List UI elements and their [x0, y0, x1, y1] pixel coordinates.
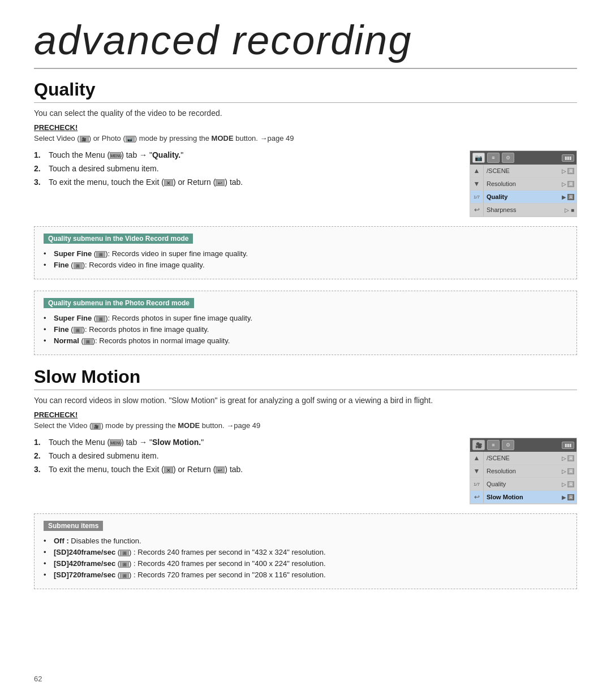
- page-title: advanced recording: [34, 17, 577, 69]
- sm-off-item: • Off : Disables the function.: [44, 537, 567, 545]
- photo-icon: 📷: [472, 153, 485, 163]
- sm-menu-row-scene: ▲ /SCENE ▷ 圖: [470, 452, 576, 465]
- menu-icon: MENU: [110, 152, 121, 159]
- quality-photo-fine: • Fine (圖): Records photos in fine image…: [44, 325, 567, 334]
- quality-step-1: 1. Touch the Menu (MENU) tab → "Quality.…: [34, 150, 458, 159]
- quality-precheck-text: Select Video (🎥) or Photo (📷) mode by pr…: [34, 134, 577, 142]
- menu-row-scene: ▲ /SCENE ▷ 圖: [470, 165, 576, 178]
- sm-menu-row-resolution: ▼ Resolution ▷ 圖: [470, 465, 576, 478]
- sm-420fps-item: • [SD]420frame/sec (圖) : Records 420 fra…: [44, 559, 567, 568]
- sm-menu-top-bar: 🎥 ≡ ⚙ ▮▮▮: [470, 438, 576, 452]
- menu-sharpness-label: Sharpness: [484, 205, 562, 214]
- sm-menu-icon: MENU: [110, 439, 121, 446]
- sm-menu-quality-value: ▷ 圖: [560, 480, 576, 489]
- slow-motion-step-3: 3. To exit the menu, touch the Exit (✕) …: [34, 465, 458, 474]
- sm-exit-icon: ✕: [164, 466, 173, 473]
- menu-resolution-value: ▷ 圖: [560, 180, 576, 188]
- photo-normal-icon: 圖: [84, 338, 93, 345]
- quality-photo-submenu-title: Quality submenu in the Photo Record mode: [44, 298, 194, 308]
- quality-photo-normal: • Normal (圖): Records photos in normal i…: [44, 336, 567, 345]
- slow-motion-steps-container: 1. Touch the Menu (MENU) tab → "Slow Mot…: [34, 438, 577, 504]
- slow-motion-submenu-box: Submenu items • Off : Disables the funct…: [34, 513, 577, 589]
- gear-icon: ⚙: [502, 153, 514, 163]
- quality-steps-container: 1. Touch the Menu (MENU) tab → "Quality.…: [34, 150, 577, 217]
- photo-superfine-icon: 圖: [96, 316, 105, 322]
- sm-menu-scene-value: ▷ 圖: [560, 454, 576, 463]
- menu-back-icon: ↩: [470, 204, 484, 216]
- quality-video-submenu-box: Quality submenu in the Video Record mode…: [34, 226, 577, 279]
- return-icon: ↩: [216, 179, 225, 186]
- fine-icon: 圖: [74, 262, 83, 269]
- slow-motion-menu-mockup: 🎥 ≡ ⚙ ▮▮▮ ▲ /SCENE ▷ 圖 ▼ Resolution ▷ 圖 …: [470, 438, 577, 504]
- slow-motion-step-1: 1. Touch the Menu (MENU) tab → "Slow Mot…: [34, 438, 458, 447]
- exit-icon: ✕: [164, 179, 173, 186]
- menu-page-indicator: 1/7: [470, 191, 484, 203]
- quality-photo-superfine: • Super Fine (圖): Records photos in supe…: [44, 314, 567, 322]
- menu-sharpness-value: ▷ ■: [562, 206, 576, 214]
- quality-step-3: 3. To exit the menu, touch the Exit (✕) …: [34, 178, 458, 187]
- menu-up-arrow: ▲: [470, 165, 484, 177]
- battery-indicator: ▮▮▮: [562, 154, 574, 162]
- menu-quality-value: ▶ 圖: [560, 193, 576, 201]
- sm-menu-page-indicator: 1/7: [470, 478, 484, 490]
- sm-menu-up-arrow: ▲: [470, 452, 484, 464]
- video-mode-icon: 🎥: [80, 136, 89, 142]
- slow-motion-step-2: 2. Touch a desired submenu item.: [34, 451, 458, 460]
- slow-video-mode-icon: 🎥: [92, 423, 101, 430]
- sm-menu-row-quality: 1/7 Quality ▷ 圖: [470, 478, 576, 491]
- quality-precheck-label: PRECHECK!: [34, 123, 577, 132]
- menu-resolution-label: Resolution: [484, 179, 560, 188]
- slow-motion-description: You can record videos in slow motion. "S…: [34, 396, 577, 405]
- 240fps-icon: 圖: [120, 550, 129, 556]
- sm-menu-resolution-label: Resolution: [484, 466, 560, 476]
- slow-motion-submenu-title: Submenu items: [44, 521, 103, 531]
- sm-menu-scene-label: /SCENE: [484, 453, 560, 463]
- quality-photo-submenu-box: Quality submenu in the Photo Record mode…: [34, 291, 577, 355]
- sm-menu-down-arrow: ▼: [470, 465, 484, 477]
- slow-motion-precheck-label: PRECHECK!: [34, 411, 577, 419]
- menu-row-resolution: ▼ Resolution ▷ 圖: [470, 178, 576, 191]
- sm-video-icon: 🎥: [472, 440, 485, 450]
- sm-240fps-item: • [SD]240frame/sec (圖) : Records 240 fra…: [44, 548, 567, 556]
- photo-mode-icon: 📷: [126, 136, 135, 142]
- list-icon: ≡: [487, 153, 500, 163]
- 420fps-icon: 圖: [120, 561, 129, 568]
- sm-menu-quality-label: Quality: [484, 479, 560, 489]
- quality-section: Quality You can select the quality of th…: [34, 79, 577, 355]
- menu-row-sharpness: ↩ Sharpness ▷ ■: [470, 204, 576, 217]
- sm-menu-row-slowmotion: ↩ Slow Motion ▶ 圖: [470, 491, 576, 504]
- quality-video-superfine: • Super Fine (圖): Records video in super…: [44, 249, 567, 258]
- sm-menu-slowmotion-value: ▶ 圖: [560, 493, 576, 502]
- sm-menu-back-icon: ↩: [470, 491, 484, 503]
- sm-menu-resolution-value: ▷ 圖: [560, 467, 576, 476]
- sm-720fps-item: • [SD]720frame/sec (圖) : Records 720 fra…: [44, 571, 567, 579]
- menu-scene-value: ▷ 圖: [560, 167, 576, 175]
- quality-video-submenu-title: Quality submenu in the Video Record mode: [44, 234, 193, 244]
- slow-motion-section-title: Slow Motion: [34, 366, 577, 390]
- quality-description: You can select the quality of the video …: [34, 109, 577, 118]
- menu-quality-label: Quality: [484, 192, 560, 201]
- sm-gear-icon: ⚙: [502, 440, 514, 450]
- quality-step-2: 2. Touch a desired submenu item.: [34, 164, 458, 173]
- quality-steps: 1. Touch the Menu (MENU) tab → "Quality.…: [34, 150, 458, 191]
- slow-motion-steps: 1. Touch the Menu (MENU) tab → "Slow Mot…: [34, 438, 458, 478]
- sm-return-icon: ↩: [216, 466, 225, 473]
- page-number: 62: [34, 675, 42, 683]
- menu-down-arrow: ▼: [470, 178, 484, 190]
- sm-menu-slowmotion-label: Slow Motion: [484, 492, 560, 502]
- menu-top-bar: 📷 ≡ ⚙ ▮▮▮: [470, 151, 576, 165]
- menu-row-quality: 1/7 Quality ▶ 圖: [470, 191, 576, 204]
- menu-scene-label: /SCENE: [484, 166, 560, 175]
- quality-menu-mockup: 📷 ≡ ⚙ ▮▮▮ ▲ /SCENE ▷ 圖 ▼ Resolution ▷ 圖 …: [470, 150, 577, 217]
- photo-fine-icon: 圖: [74, 327, 83, 334]
- sm-list-icon: ≡: [487, 440, 500, 450]
- slow-motion-section: Slow Motion You can record videos in slo…: [34, 366, 577, 589]
- quality-section-title: Quality: [34, 79, 577, 103]
- sm-battery-indicator: ▮▮▮: [562, 442, 574, 449]
- slow-motion-precheck-text: Select the Video (🎥) mode by pressing th…: [34, 421, 577, 430]
- 720fps-icon: 圖: [120, 572, 129, 579]
- quality-video-fine: • Fine (圖): Records video in fine image …: [44, 261, 567, 269]
- superfine-icon: 圖: [96, 251, 105, 258]
